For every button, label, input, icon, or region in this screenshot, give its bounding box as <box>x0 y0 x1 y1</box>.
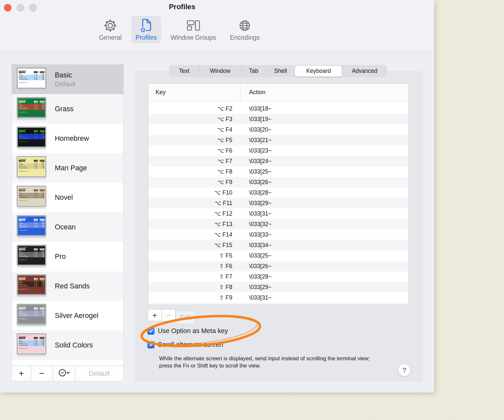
action-cell: \033[18~ <box>240 105 272 112</box>
tab-advanced[interactable]: Advanced <box>342 65 387 77</box>
key-binding-row[interactable]: ⇧ F9\033[31~ <box>149 292 408 303</box>
action-cell: \033[33~ <box>240 231 272 238</box>
scroll-alternate-screen-checkbox-row[interactable]: Scroll alternate screen <box>147 341 223 348</box>
key-cell: ⌥ F10 <box>149 189 240 196</box>
key-binding-row[interactable]: ⌥ F6\033[23~ <box>149 145 408 156</box>
checkbox-checked[interactable] <box>147 327 155 335</box>
profile-name: Silver Aerogel <box>55 311 98 320</box>
action-cell: \033[23~ <box>240 147 272 154</box>
window-title: Profiles <box>0 3 364 11</box>
tab-window[interactable]: Window <box>199 65 241 77</box>
key-binding-row[interactable]: ⌥ F2\033[18~ <box>149 103 408 114</box>
key-cell: ⌥ F2 <box>149 105 240 112</box>
remove-binding-button[interactable]: − <box>161 309 176 321</box>
action-cell: \033[31~ <box>240 294 272 301</box>
key-cell: ⌥ F14 <box>149 231 240 238</box>
key-binding-row[interactable]: ⌥ F10\033[28~ <box>149 187 408 198</box>
key-binding-row[interactable]: ⌥ F7\033[24~ <box>149 156 408 166</box>
tab-shell[interactable]: Shell <box>266 65 295 77</box>
sidebar-profile-grass[interactable]: Terminal#COMMAND%CPURPRVTtop4.1%231KXcod… <box>12 94 123 124</box>
sidebar-profile-ocean[interactable]: Terminal#COMMAND%CPURPRVTtop4.1%231KXcod… <box>12 212 123 242</box>
action-cell: \033[26~ <box>240 179 272 186</box>
partial-row <box>149 303 408 304</box>
action-cell: \033[26~ <box>240 263 272 270</box>
default-button[interactable]: Default <box>75 366 123 381</box>
edit-binding-button[interactable]: Edit <box>176 311 195 324</box>
key-cell: ⌥ F9 <box>149 179 240 186</box>
key-binding-row[interactable]: ⌥ F9\033[26~ <box>149 177 408 187</box>
terminal-preferences-window: Profiles <box>0 0 434 392</box>
ellipsis-circle-chevron-icon <box>58 368 70 378</box>
use-option-as-meta-key-checkbox-row[interactable]: Use Option as Meta key <box>147 327 228 335</box>
toolbar-item-profiles[interactable]: ⚙ Profiles <box>131 16 161 43</box>
key-binding-row[interactable]: ⇧ F7\033[28~ <box>149 271 408 282</box>
mini-terminal-preview: Terminal#COMMAND%CPURPRVTtop4.1%231KXcod… <box>17 186 46 206</box>
preferences-content: Terminal#COMMAND%CPURPRVTtop4.1%231KXcod… <box>0 52 434 392</box>
sidebar-profile-red-sands[interactable]: Terminal#COMMAND%CPURPRVTtop4.1%231KXcod… <box>12 271 123 301</box>
profile-thumbnail: Terminal#COMMAND%CPURPRVTtop4.1%231KXcod… <box>17 334 46 357</box>
sidebar-footer: + − <box>12 366 123 381</box>
action-cell: \033[25~ <box>240 252 272 259</box>
mini-terminal-preview: Terminal#COMMAND%CPURPRVTtop4.1%231KXcod… <box>17 334 46 354</box>
profile-thumbnail: Terminal#COMMAND%CPURPRVTtop4.1%231KXcod… <box>17 245 46 268</box>
thumbnail-shadow <box>17 237 46 239</box>
thumbnail-shadow <box>17 266 46 268</box>
window-groups-icon <box>185 18 201 33</box>
alternate-screen-help-text: While the alternate screen is displayed,… <box>159 355 380 369</box>
action-cell: \033[32~ <box>240 221 272 228</box>
sidebar-profile-basic[interactable]: Terminal#COMMAND%CPURPRVTtop4.1%231KXcod… <box>12 65 123 94</box>
mini-terminal-preview: Terminal#COMMAND%CPURPRVTtop4.1%231KXcod… <box>17 97 46 118</box>
profile-thumbnail: Terminal#COMMAND%CPURPRVTtop4.1%231KXcod… <box>17 304 46 327</box>
sidebar-profile-solid-colors[interactable]: Terminal#COMMAND%CPURPRVTtop4.1%231KXcod… <box>12 330 123 360</box>
toolbar-item-encodings[interactable]: Encodings <box>226 16 264 43</box>
key-binding-row[interactable]: ⌥ F4\033[20~ <box>149 124 408 135</box>
sidebar-profile-silver-aerogel[interactable]: Terminal#COMMAND%CPURPRVTtop4.1%231KXcod… <box>12 301 123 330</box>
thumbnail-shadow <box>17 178 46 180</box>
sidebar-profile-homebrew[interactable]: Terminal#COMMAND%CPURPRVTtop4.1%231KXcod… <box>12 124 123 153</box>
sidebar-profile-pro[interactable]: Terminal#COMMAND%CPURPRVTtop4.1%231KXcod… <box>12 242 123 271</box>
key-cell: ⌥ F4 <box>149 126 240 133</box>
checkbox-checked[interactable] <box>147 341 155 348</box>
add-binding-button[interactable]: + <box>148 309 162 321</box>
titlebar: Profiles <box>0 0 434 52</box>
thumbnail-shadow <box>17 148 46 150</box>
key-binding-row[interactable]: ⌥ F13\033[32~ <box>149 219 408 229</box>
key-binding-row[interactable]: ⌥ F12\033[31~ <box>149 208 408 219</box>
key-binding-row[interactable]: ⇧ F8\033[29~ <box>149 282 408 292</box>
key-binding-row[interactable]: ⌥ F3\033[19~ <box>149 114 408 124</box>
sidebar-profile-novel[interactable]: Terminal#COMMAND%CPURPRVTtop4.1%231KXcod… <box>12 183 123 212</box>
action-cell: \033[21~ <box>240 137 272 144</box>
remove-profile-button[interactable]: − <box>31 366 53 381</box>
tab-text[interactable]: Text <box>169 65 199 77</box>
key-binding-row[interactable]: ⌥ F8\033[25~ <box>149 166 408 177</box>
key-binding-row[interactable]: ⌥ F15\033[34~ <box>149 240 408 250</box>
key-cell: ⌥ F7 <box>149 158 240 165</box>
key-cell: ⌥ F6 <box>149 147 240 154</box>
sidebar-profile-man-page[interactable]: Terminal#COMMAND%CPURPRVTtop4.1%231KXcod… <box>12 153 123 183</box>
checkmark-icon <box>149 342 154 347</box>
profile-name: Man Page <box>55 164 87 173</box>
profile-actions-menu-button[interactable] <box>53 366 75 381</box>
thumbnail-shadow <box>17 296 46 298</box>
checkbox-label: Use Option as Meta key <box>158 327 228 335</box>
toolbar-item-general[interactable]: General <box>94 16 126 43</box>
key-cell: ⇧ F5 <box>149 252 240 259</box>
help-button[interactable]: ? <box>398 364 410 376</box>
key-binding-row[interactable]: ⌥ F11\033[29~ <box>149 198 408 208</box>
key-binding-row[interactable]: ⌥ F5\033[21~ <box>149 135 408 145</box>
key-cell: ⌥ F11 <box>149 200 240 207</box>
key-bindings-table: Key Action ⌥ F2\033[18~⌥ F3\033[19~⌥ F4\… <box>148 83 409 305</box>
plus-icon: + <box>19 368 24 379</box>
key-binding-row[interactable]: ⇧ F5\033[25~ <box>149 250 408 261</box>
checkmark-icon <box>149 328 154 333</box>
tab-keyboard[interactable]: Keyboard <box>295 65 342 77</box>
action-cell: \033[29~ <box>240 200 272 207</box>
add-profile-button[interactable]: + <box>12 366 31 381</box>
toolbar-item-window-groups[interactable]: Window Groups <box>166 16 220 43</box>
action-cell: \033[20~ <box>240 126 272 133</box>
key-binding-row[interactable]: ⇧ F6\033[26~ <box>149 261 408 271</box>
tab-tab[interactable]: Tab <box>241 65 266 77</box>
action-cell: \033[31~ <box>240 210 272 217</box>
profile-list: Terminal#COMMAND%CPURPRVTtop4.1%231KXcod… <box>12 65 123 366</box>
key-binding-row[interactable]: ⌥ F14\033[33~ <box>149 229 408 240</box>
